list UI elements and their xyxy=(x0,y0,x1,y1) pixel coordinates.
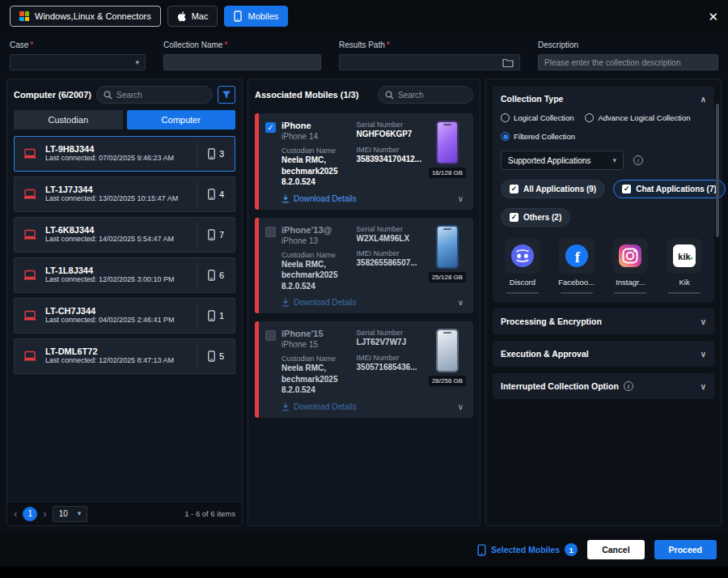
mobile-list: ✓ iPhone iPhone 14 Custodian Name Neela … xyxy=(248,110,480,424)
tab-computer[interactable]: Computer xyxy=(127,110,236,130)
tab-mobiles[interactable]: Mobiles xyxy=(224,6,288,27)
app-tile-discord[interactable]: Discord xyxy=(501,238,544,294)
computer-search[interactable] xyxy=(96,86,213,104)
caret-down-icon: ▾ xyxy=(612,157,616,164)
computer-last-connected: Last connected: 07/02/2025 9:46:23 AM xyxy=(45,154,181,164)
computer-row[interactable]: LT-CH7J344Last connected: 04/02/2025 2:4… xyxy=(14,298,235,334)
mobile-search[interactable] xyxy=(378,86,473,104)
app-tile-kik[interactable]: kik Kik xyxy=(662,238,706,294)
chevron-down-icon: ∨ xyxy=(700,350,706,359)
cancel-button[interactable]: Cancel xyxy=(587,540,644,559)
prev-page-icon[interactable]: ‹ xyxy=(14,508,17,520)
computer-row[interactable]: LT-1L8J344Last connected: 12/02/2025 3:0… xyxy=(14,257,235,293)
chip-all-applications[interactable]: ✓All Applications (9) xyxy=(501,180,605,198)
computer-name: LT-9H8J344 xyxy=(45,144,193,154)
phone-image xyxy=(436,329,459,372)
mobile-name: iPhone'13@ xyxy=(281,225,351,235)
chip-others[interactable]: ✓Others (2) xyxy=(501,208,570,227)
tab-custodian[interactable]: Custodian xyxy=(14,110,123,130)
collection-type-header[interactable]: Collection Type ∧ xyxy=(501,94,706,104)
tab-label: Mac xyxy=(192,11,209,21)
computer-mobile-count: 5 xyxy=(197,351,235,362)
accordion-interrupted-collection[interactable]: Interrupted Collection Option i ∨ xyxy=(493,373,714,399)
selected-count-badge: 1 xyxy=(565,543,578,556)
computer-last-connected: Last connected: 13/02/2025 10:15:47 AM xyxy=(45,194,181,204)
app-tile-facebook[interactable]: f Faceboo... xyxy=(555,238,599,294)
top-toolbar: Windows,Linux & Connectors Mac Mobiles ✕ xyxy=(0,0,728,32)
mobile-search-input[interactable] xyxy=(398,91,466,100)
computer-name: LT-6K8J344 xyxy=(45,225,193,235)
imei-label: IMEI Number xyxy=(357,146,422,154)
computer-name: LT-DML6T72 xyxy=(45,346,193,356)
scroll-indicator xyxy=(506,292,539,294)
accordion-execution-approval[interactable]: Execution & Approval ∨ xyxy=(493,341,714,367)
case-select[interactable]: ▾ xyxy=(10,54,146,70)
info-icon[interactable]: i xyxy=(624,381,633,391)
phone-icon xyxy=(208,270,215,281)
description-input[interactable] xyxy=(538,54,718,70)
tab-windows-linux-connectors[interactable]: Windows,Linux & Connectors xyxy=(10,6,161,27)
radio-icon xyxy=(501,132,510,141)
custodian-value: bechmark2025 xyxy=(281,166,351,177)
next-page-icon[interactable]: › xyxy=(43,508,46,520)
svg-text:kik: kik xyxy=(678,252,691,261)
main-content: Computer (6/2007) Custodian Computer xyxy=(0,79,728,533)
computer-last-connected: Last connected: 12/02/2025 3:00:10 PM xyxy=(45,275,181,285)
selected-mobiles[interactable]: Selected Mobiles 1 xyxy=(477,543,578,556)
collection-name-input[interactable] xyxy=(163,54,321,70)
close-icon[interactable]: ✕ xyxy=(708,11,718,23)
results-path-input[interactable] xyxy=(345,58,502,67)
laptop-icon xyxy=(15,270,45,281)
info-icon[interactable]: i xyxy=(633,155,643,165)
imei-label: IMEI Number xyxy=(357,354,422,362)
page-number[interactable]: 1 xyxy=(23,507,37,521)
laptop-icon xyxy=(15,148,45,159)
collection-form: Case* ▾ Collection Name* Results Path* D… xyxy=(0,32,728,79)
computer-row[interactable]: LT-9H8J344Last connected: 07/02/2025 9:4… xyxy=(14,136,235,172)
download-details-link[interactable]: Download Details xyxy=(281,298,357,307)
proceed-button[interactable]: Proceed xyxy=(654,540,717,559)
mobile-card[interactable]: iPhone'15 iPhone 15 Custodian Name Neela… xyxy=(255,321,473,418)
radio-icon xyxy=(585,113,594,122)
tab-label: Windows,Linux & Connectors xyxy=(35,11,151,21)
computer-search-input[interactable] xyxy=(116,91,205,100)
checkbox-icon: ✓ xyxy=(510,185,518,193)
tab-mac[interactable]: Mac xyxy=(167,6,218,27)
computer-mobile-count: 7 xyxy=(197,229,235,240)
custodian-value: Neela RMC, xyxy=(281,259,351,270)
accordion-processing-encryption[interactable]: Processing & Encryption ∨ xyxy=(493,308,714,334)
chevron-down-icon[interactable]: ∨ xyxy=(458,298,463,307)
computer-row[interactable]: LT-1J7J344Last connected: 13/02/2025 10:… xyxy=(14,176,235,212)
mobile-checkbox[interactable] xyxy=(265,227,276,237)
mobile-card[interactable]: ✓ iPhone iPhone 14 Custodian Name Neela … xyxy=(255,113,473,210)
radio-advance-logical-collection[interactable]: Advance Logical Collection xyxy=(585,113,690,122)
phone-icon xyxy=(208,229,215,240)
mobiles-title: Associated Mobiles (1/3) xyxy=(255,90,358,100)
chip-chat-applications[interactable]: ✓Chat Applications (7) xyxy=(613,180,726,198)
computer-list: LT-9H8J344Last connected: 07/02/2025 9:4… xyxy=(7,136,242,374)
collection-name-field: Collection Name* xyxy=(163,40,321,70)
mobile-checkbox[interactable]: ✓ xyxy=(265,122,276,133)
mobile-model: iPhone 14 xyxy=(281,132,351,141)
storage-badge: 25/128 GB xyxy=(429,272,466,283)
radio-filtered-collection[interactable]: Filtered Collection xyxy=(501,132,575,141)
computers-title: Computer (6/2007) xyxy=(14,90,91,100)
page-size-select[interactable]: 10 ▾ xyxy=(53,506,88,522)
mobile-checkbox[interactable] xyxy=(265,330,276,341)
computer-row[interactable]: LT-DML6T72Last connected: 12/02/2025 8:4… xyxy=(14,338,235,374)
scrollbar[interactable] xyxy=(716,104,719,237)
kik-icon: kik xyxy=(672,244,696,268)
radio-logical-collection[interactable]: Logical Collection xyxy=(501,113,574,122)
computer-row[interactable]: LT-6K8J344Last connected: 14/02/2025 5:5… xyxy=(14,217,235,253)
mobile-card[interactable]: iPhone'13@ iPhone 13 Custodian Name Neel… xyxy=(255,218,473,314)
download-details-link[interactable]: Download Details xyxy=(281,402,357,411)
supported-applications-select[interactable]: Supported Applications ▾ xyxy=(501,151,624,170)
app-tile-instagram[interactable]: Instagr... xyxy=(609,238,653,294)
chevron-down-icon[interactable]: ∨ xyxy=(458,402,463,411)
filter-button[interactable] xyxy=(218,86,235,104)
download-details-link[interactable]: Download Details xyxy=(281,194,357,203)
caret-down-icon: ▾ xyxy=(78,510,82,517)
folder-icon[interactable] xyxy=(502,58,514,67)
case-field: Case* ▾ xyxy=(10,40,146,70)
chevron-down-icon[interactable]: ∨ xyxy=(458,194,463,203)
